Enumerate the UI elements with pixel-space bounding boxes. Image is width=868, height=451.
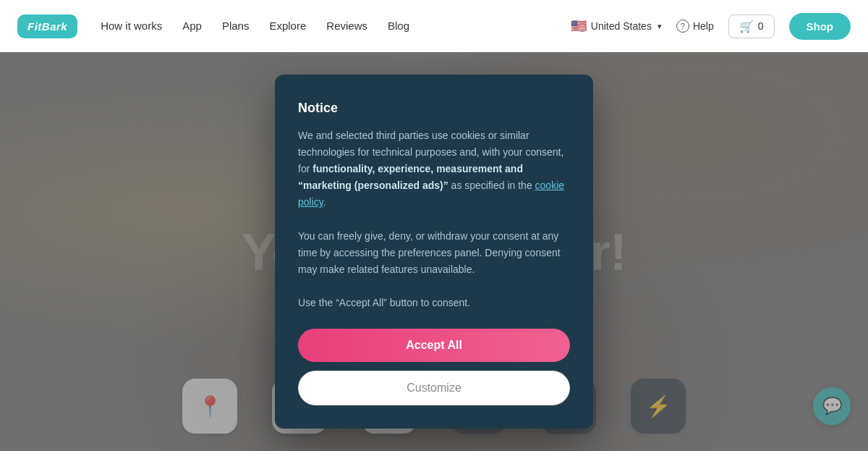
nav-right: 🇺🇸 United States ▾ ? Help 🛒 0 Shop bbox=[571, 13, 851, 40]
modal-body-line2: as specified in the bbox=[448, 180, 535, 191]
modal-body-line3: . bbox=[323, 196, 326, 208]
nav-app[interactable]: App bbox=[182, 20, 202, 32]
us-flag-icon: 🇺🇸 bbox=[571, 18, 587, 34]
help-label: Help bbox=[693, 20, 714, 32]
nav-links: How it works App Plans Explore Reviews B… bbox=[101, 20, 548, 33]
country-label: United States bbox=[591, 20, 652, 32]
country-selector[interactable]: 🇺🇸 United States ▾ bbox=[571, 18, 662, 34]
shop-button[interactable]: Shop bbox=[789, 13, 851, 40]
cart-icon: 🛒 bbox=[739, 20, 754, 33]
chevron-down-icon: ▾ bbox=[658, 22, 662, 31]
accept-all-button[interactable]: Accept All bbox=[298, 329, 570, 362]
cart-button[interactable]: 🛒 0 bbox=[728, 14, 775, 38]
modal-body-para2: You can freely give, deny, or withdraw y… bbox=[298, 228, 570, 278]
navbar: FitBark How it works App Plans Explore R… bbox=[0, 0, 868, 52]
help-circle-icon: ? bbox=[676, 20, 689, 33]
modal-overlay: Notice We and selected third parties use… bbox=[0, 52, 868, 451]
cart-count: 0 bbox=[758, 20, 764, 32]
modal-body: We and selected third parties use cookie… bbox=[298, 127, 570, 311]
nav-explore[interactable]: Explore bbox=[269, 20, 306, 32]
nav-blog[interactable]: Blog bbox=[388, 20, 409, 32]
nav-how-it-works[interactable]: How it works bbox=[101, 20, 162, 32]
customize-button[interactable]: Customize bbox=[298, 371, 570, 405]
hero-section: Your Al Tracker! 📍 🏠 🐾 ⚠️ 🐶 ⚡ 💬 Notice W… bbox=[0, 52, 868, 451]
cookie-modal: Notice We and selected third parties use… bbox=[275, 75, 593, 429]
modal-body-para3: Use the “Accept All” button to consent. bbox=[298, 295, 570, 311]
nav-plans[interactable]: Plans bbox=[222, 20, 250, 32]
modal-title: Notice bbox=[298, 101, 570, 116]
logo[interactable]: FitBark bbox=[17, 14, 77, 38]
nav-reviews[interactable]: Reviews bbox=[326, 20, 367, 32]
help-button[interactable]: ? Help bbox=[676, 20, 714, 33]
